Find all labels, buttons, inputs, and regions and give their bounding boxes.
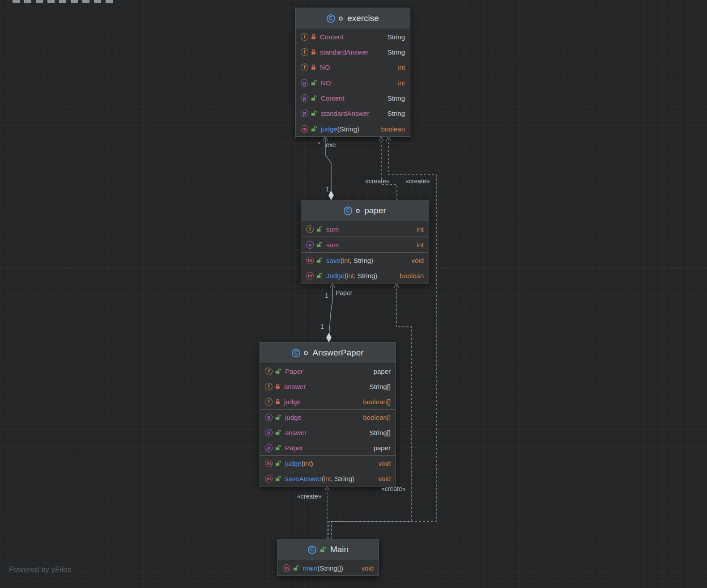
private-lock-icon — [311, 34, 316, 40]
property-icon: p — [301, 110, 308, 117]
class-node-paper[interactable]: Cpaperfsumintpsumintmsave(int, String)vo… — [301, 200, 429, 283]
public-lock-icon — [316, 273, 322, 279]
signature-token: String — [358, 272, 375, 279]
public-lock-icon — [293, 565, 299, 571]
method-icon: m — [306, 272, 314, 279]
property-row[interactable]: pjudgeboolean[] — [260, 410, 396, 425]
field-row[interactable]: fContentString — [296, 29, 410, 44]
field-row[interactable]: fjudgeboolean[] — [260, 394, 396, 409]
class-header[interactable]: Cexercise — [296, 8, 410, 29]
property-row[interactable]: pNOint — [296, 75, 410, 90]
method-row[interactable]: msaveAnswer(int, String)void — [260, 471, 396, 486]
type-label: boolean[] — [355, 414, 391, 421]
edge-label: Paper — [336, 289, 352, 296]
toolbar-button[interactable] — [13, 0, 20, 3]
class-title: exercise — [347, 13, 379, 23]
property-row[interactable]: pstandardAnswerString — [296, 106, 410, 121]
public-lock-icon — [275, 445, 281, 451]
edge-label: 1 — [326, 186, 329, 193]
type-label: boolean[] — [355, 398, 391, 406]
class-header[interactable]: Cpaper — [301, 200, 429, 221]
toolbar-button[interactable] — [24, 0, 31, 3]
public-lock-icon — [316, 242, 322, 248]
property-row[interactable]: pPaperpaper — [260, 440, 396, 455]
signature-token: int — [347, 272, 354, 279]
type-label: int — [390, 79, 405, 87]
toolbar-button[interactable] — [71, 0, 78, 3]
property-row[interactable]: pContentString — [296, 90, 410, 106]
toolbar-button[interactable] — [59, 0, 66, 3]
signature-token: String — [354, 257, 371, 264]
edge-label: «create» — [365, 178, 389, 185]
signature-token: ) — [311, 460, 313, 467]
field-row[interactable]: fsumint — [301, 221, 429, 237]
member-name: standardAnswer — [320, 48, 368, 56]
toolbar-button[interactable] — [36, 0, 43, 3]
class-section: mmain(String[])void — [278, 560, 379, 575]
edge-label: * — [318, 140, 320, 148]
public-lock-icon — [311, 110, 317, 116]
property-row[interactable]: psumint — [301, 237, 429, 252]
public-lock-icon — [275, 415, 281, 420]
method-name: judge — [285, 460, 302, 467]
class-node-answerpaper[interactable]: CAnswerPaperfPaperpaperfanswerString[]fj… — [260, 342, 396, 486]
method-row[interactable]: mjudge(String)boolean — [296, 121, 410, 136]
signature-token: , — [331, 475, 335, 482]
class-section: msave(int, String)voidmJudge(int, String… — [301, 252, 429, 283]
field-row[interactable]: fstandardAnswerString — [296, 44, 410, 59]
method-row[interactable]: msave(int, String)void — [301, 253, 429, 268]
method-row[interactable]: mjudge(int)void — [260, 456, 396, 471]
edge-label: «create» — [381, 485, 405, 492]
class-icon: C — [292, 349, 300, 357]
public-lock-icon — [311, 95, 317, 101]
field-row[interactable]: fNOint — [296, 59, 410, 75]
field-row[interactable]: fPaperpaper — [260, 364, 396, 379]
method-name: judge — [321, 125, 337, 133]
field-icon: f — [265, 398, 273, 406]
yfiles-watermark: Powered by yFiles — [9, 565, 71, 574]
method-icon: m — [265, 460, 273, 467]
member-name: NO — [320, 63, 330, 71]
method-signature: (int) — [302, 460, 313, 467]
class-header[interactable]: CAnswerPaper — [260, 343, 396, 364]
method-row[interactable]: mmain(String[])void — [278, 560, 379, 575]
type-label: paper — [366, 444, 391, 452]
edge-label: 1 — [325, 292, 328, 299]
public-lock-icon — [311, 80, 317, 86]
public-lock-icon — [316, 258, 322, 263]
private-lock-icon — [311, 49, 316, 55]
property-row[interactable]: panswerString[] — [260, 425, 396, 440]
field-icon: f — [265, 368, 273, 375]
member-name: judge — [285, 414, 302, 421]
class-node-main[interactable]: CMainmmain(String[])void — [277, 539, 379, 576]
member-name: sum — [326, 241, 339, 249]
member-name: standardAnswer — [321, 110, 369, 117]
property-icon: p — [265, 414, 273, 421]
class-node-exercise[interactable]: CexercisefContentStringfstandardAnswerSt… — [295, 8, 410, 137]
method-name: saveAnswer — [285, 475, 322, 482]
type-label: void — [353, 564, 374, 572]
type-label: void — [403, 257, 424, 264]
method-signature: (String[]) — [318, 564, 344, 572]
member-name: answer — [285, 429, 307, 436]
field-icon: f — [301, 33, 308, 41]
type-label: void — [370, 460, 391, 467]
class-section: pNOintpContentStringpstandardAnswerStrin… — [296, 75, 410, 121]
create-edge-paper-exercise[interactable] — [381, 136, 397, 200]
toolbar-button[interactable] — [47, 0, 55, 3]
public-lock-icon — [311, 126, 317, 132]
field-icon: f — [301, 48, 308, 56]
toolbar-button[interactable] — [94, 0, 101, 3]
toolbar-button[interactable] — [106, 0, 113, 3]
toolbar-button[interactable] — [82, 0, 89, 3]
diagram-canvas[interactable]: Powered by yFiles CexercisefContentStrin… — [0, 0, 707, 588]
class-icon: C — [344, 207, 352, 215]
type-label: void — [370, 475, 391, 482]
composition-edge-answerpaper-paper[interactable] — [329, 283, 332, 337]
class-header[interactable]: CMain — [278, 539, 379, 560]
method-row[interactable]: mJudge(int, String)boolean — [301, 268, 429, 283]
property-icon: p — [265, 444, 273, 452]
field-row[interactable]: fanswerString[] — [260, 379, 396, 394]
type-label: int — [409, 241, 424, 249]
signature-token: ) — [357, 125, 359, 133]
